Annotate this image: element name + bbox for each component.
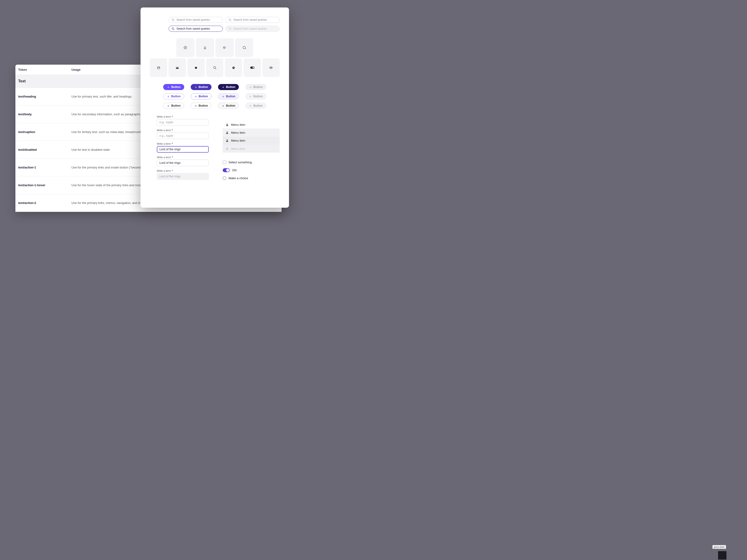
svg-point-4	[172, 28, 174, 29]
right-column: Menu item Menu item Menu item Menu item	[223, 115, 280, 180]
button-label: Button	[253, 104, 263, 107]
menu-item-default[interactable]: Menu item	[223, 121, 280, 129]
download-icon	[183, 46, 187, 50]
search-icon	[229, 27, 232, 30]
toggle-icon-tile[interactable]	[243, 58, 261, 77]
svg-point-6	[229, 28, 231, 29]
button-tertiary-active[interactable]: ＋Button	[218, 103, 239, 109]
menu-item-disabled: Menu item	[223, 145, 280, 153]
eye-icon-tile[interactable]	[262, 58, 280, 77]
svg-line-1	[174, 20, 174, 21]
user-icon	[226, 139, 229, 142]
button-row-tertiary: ＋Button ＋Button ＋Button ＋Button	[163, 103, 266, 109]
toggle-switch[interactable]	[223, 168, 230, 172]
token-name: text/heading	[16, 88, 69, 105]
chat-icon	[242, 46, 246, 50]
megaphone-icon-tile[interactable]	[215, 38, 234, 57]
search-input-active[interactable]: Search from saved queries	[169, 26, 223, 32]
button-secondary-disabled: ＋Button	[246, 93, 266, 99]
calendar-icon-tile[interactable]	[150, 58, 167, 77]
search-input-disabled: Search from saved queries	[226, 26, 280, 32]
star-icon-tile[interactable]	[225, 58, 242, 77]
bell-icon-tile[interactable]	[196, 38, 214, 57]
search-placeholder: Search from saved queries	[233, 18, 267, 22]
toggle-icon	[250, 66, 254, 69]
plus-icon: ＋	[194, 85, 198, 89]
field-label: Write a term*	[157, 129, 209, 132]
button-primary-active[interactable]: ＋Button	[218, 84, 239, 90]
token-name: text/body	[16, 105, 69, 123]
search-icon	[172, 19, 175, 22]
card-icon-tile[interactable]	[169, 58, 186, 77]
menu-item-label: Menu item	[231, 123, 246, 127]
svg-point-12	[213, 66, 215, 69]
button-secondary[interactable]: ＋Button	[163, 93, 184, 99]
button-tertiary-hover[interactable]: ＋Button	[191, 103, 211, 109]
plus-icon: ＋	[249, 85, 252, 89]
download-icon-tile[interactable]	[176, 38, 195, 57]
text-input-default[interactable]	[157, 119, 209, 126]
token-name: text/disabled	[16, 141, 69, 159]
plus-icon: ＋	[222, 85, 225, 89]
svg-rect-11	[176, 68, 179, 68]
token-name: text/action-1-hover	[16, 177, 69, 194]
button-secondary-hover[interactable]: ＋Button	[191, 93, 211, 99]
button-tertiary[interactable]: ＋Button	[163, 103, 184, 109]
search-variants: Search from saved queries Search from sa…	[169, 17, 280, 32]
search-placeholder: Search from saved queries	[177, 18, 210, 22]
menu-item-hover[interactable]: Menu item	[223, 129, 280, 137]
radio-icon[interactable]	[223, 177, 226, 180]
text-field-variants: Write a term* Write a term* Write a term…	[157, 115, 209, 180]
search-placeholder: Search from saved queries	[233, 27, 267, 30]
gear-icon	[194, 66, 198, 70]
toggle-row[interactable]: ON	[223, 168, 280, 172]
components-panel: Search from saved queries Search from sa…	[140, 7, 289, 208]
field-label: Write a term*	[157, 142, 209, 145]
button-label: Button	[199, 95, 208, 98]
search-icon-tile[interactable]	[206, 58, 224, 77]
plus-icon: ＋	[194, 104, 198, 107]
plus-icon: ＋	[167, 104, 170, 107]
icon-tile-row-2	[150, 58, 280, 77]
menu-item-label: Menu item	[231, 131, 246, 134]
button-label: Button	[253, 85, 263, 89]
token-name: text/action-2	[16, 194, 69, 212]
search-input-default-2[interactable]: Search from saved queries	[226, 17, 280, 23]
text-input-focus[interactable]	[157, 146, 209, 153]
svg-rect-9	[157, 67, 160, 69]
checkbox-row[interactable]: Select something	[223, 161, 280, 164]
button-secondary-active[interactable]: ＋Button	[218, 93, 239, 99]
button-label: Button	[226, 85, 235, 89]
button-label: Button	[253, 95, 263, 98]
token-name: text/caption	[16, 123, 69, 141]
button-primary-hover[interactable]: ＋Button	[191, 84, 211, 90]
menu-item-selected[interactable]: Menu item	[223, 137, 280, 145]
svg-point-18	[227, 124, 228, 125]
plus-icon: ＋	[222, 104, 225, 107]
text-input-disabled	[157, 173, 209, 180]
menu-item-label: Menu item	[231, 139, 246, 142]
star-icon	[232, 66, 235, 70]
radio-row[interactable]: Make a choice	[223, 177, 280, 180]
chat-icon-tile[interactable]	[235, 38, 253, 57]
gear-icon-tile[interactable]	[187, 58, 205, 77]
token-name: text/action-1	[16, 159, 69, 177]
megaphone-icon	[223, 46, 227, 50]
button-row-outline: ＋Button ＋Button ＋Button ＋Button	[163, 93, 266, 99]
button-primary[interactable]: ＋Button	[163, 84, 184, 90]
user-icon	[226, 131, 229, 134]
search-input-default[interactable]: Search from saved queries	[169, 17, 223, 23]
text-input-filled[interactable]	[157, 160, 209, 166]
radio-label: Make a choice	[229, 177, 248, 180]
svg-point-21	[227, 148, 228, 149]
svg-point-17	[271, 67, 271, 68]
text-input-hover[interactable]	[157, 133, 209, 139]
calendar-icon	[157, 66, 160, 70]
button-label: Button	[199, 104, 208, 107]
checkbox-icon[interactable]	[223, 161, 226, 164]
button-label: Button	[226, 95, 235, 98]
button-label: Button	[171, 104, 180, 107]
field-label: Write a term*	[157, 115, 209, 118]
search-icon	[172, 27, 175, 30]
plus-icon: ＋	[249, 104, 252, 107]
